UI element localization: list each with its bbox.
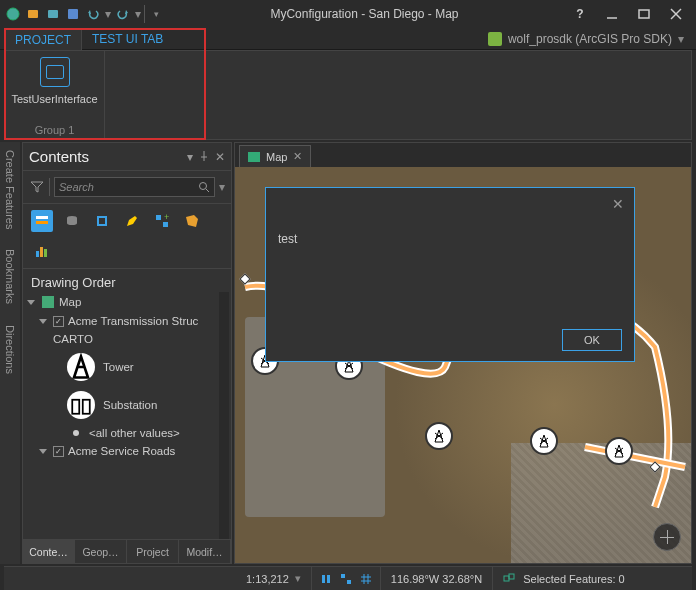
toc-carto-label: CARTO	[27, 330, 227, 348]
status-snap-icon[interactable]	[338, 571, 354, 587]
window-title: MyConfiguration - San Diego - Map	[165, 7, 564, 21]
dock-rail-left: Create Features Bookmarks Directions	[0, 142, 20, 564]
toc-layer-roads[interactable]: ✓Acme Service Roads	[27, 442, 227, 460]
svg-rect-19	[40, 247, 43, 257]
svg-point-0	[7, 8, 19, 20]
toc-map-root[interactable]: Map	[27, 292, 227, 312]
toc-tree: Map ✓Acme Transmission Struc CARTO Tower…	[23, 292, 231, 539]
search-icon	[198, 181, 210, 193]
close-button[interactable]	[660, 2, 692, 26]
toc-symbol-other[interactable]: <all other values>	[27, 424, 227, 442]
svg-rect-22	[83, 400, 90, 414]
map-icon	[248, 152, 260, 162]
checkbox-icon[interactable]: ✓	[53, 316, 64, 327]
list-by-source-icon[interactable]	[61, 210, 83, 232]
selection-icon	[503, 572, 517, 586]
list-by-chart-icon[interactable]	[31, 240, 53, 262]
svg-rect-25	[341, 574, 345, 578]
close-map-tab-icon[interactable]: ✕	[293, 150, 302, 163]
undo-dropdown-icon[interactable]: ▾	[104, 5, 112, 23]
svg-text:+: +	[164, 213, 169, 222]
toc-symbol-substation[interactable]: Substation	[27, 386, 227, 424]
svg-rect-21	[72, 400, 79, 414]
selected-features-display[interactable]: Selected Features: 0	[493, 567, 635, 590]
list-by-editing-icon[interactable]	[121, 210, 143, 232]
svg-rect-1	[28, 10, 38, 18]
toc-view-switcher: +	[23, 204, 231, 269]
svg-rect-11	[36, 221, 48, 224]
close-pane-icon[interactable]: ✕	[215, 150, 225, 164]
svg-rect-27	[504, 576, 509, 581]
svg-point-8	[200, 183, 207, 190]
rail-create-features[interactable]: Create Features	[4, 150, 16, 229]
status-grid-icon[interactable]	[358, 571, 374, 587]
list-by-selection-icon[interactable]	[91, 210, 113, 232]
user-label[interactable]: wolf_prosdk (ArcGIS Pro SDK)	[508, 32, 672, 46]
list-by-drawing-order-icon[interactable]	[31, 210, 53, 232]
tower-symbol-icon	[67, 353, 95, 381]
checkbox-icon[interactable]: ✓	[53, 446, 64, 457]
map-feature-tower[interactable]	[425, 422, 453, 450]
search-input[interactable]: Search	[54, 177, 215, 197]
svg-rect-5	[639, 10, 649, 18]
svg-rect-2	[48, 10, 58, 18]
dropdown-icon[interactable]: ▾	[187, 150, 193, 164]
scale-control[interactable]: 1:13,212▾	[236, 567, 312, 590]
toc-symbol-tower[interactable]: Tower	[27, 348, 227, 386]
redo-dropdown-icon[interactable]: ▾	[134, 5, 142, 23]
map-view-container: Map ✕ ✕ tes	[234, 142, 692, 564]
tab-project[interactable]: Project	[127, 540, 179, 563]
svg-rect-20	[44, 249, 47, 257]
svg-rect-10	[36, 216, 48, 219]
map-canvas[interactable]: ✕ test OK	[235, 167, 691, 563]
tab-contents[interactable]: Conte…	[23, 540, 75, 563]
svg-rect-26	[347, 580, 351, 584]
new-project-icon[interactable]	[24, 5, 42, 23]
coordinates-display[interactable]: 116.98°W 32.68°N	[381, 567, 493, 590]
minimize-button[interactable]	[596, 2, 628, 26]
rail-directions[interactable]: Directions	[4, 325, 16, 374]
ribbon-group-label: Group 1	[35, 124, 75, 139]
map-feature-tower[interactable]	[605, 437, 633, 465]
svg-rect-23	[322, 575, 325, 583]
ribbon-group-1: TestUserInterface Group 1	[5, 51, 105, 139]
svg-rect-18	[36, 251, 39, 257]
dialog-ok-button[interactable]: OK	[562, 329, 622, 351]
ribbon-tab-project[interactable]: PROJECT	[4, 28, 82, 50]
map-view-tab[interactable]: Map ✕	[239, 145, 311, 167]
svg-rect-28	[509, 574, 514, 579]
test-user-interface-button[interactable]	[40, 57, 70, 87]
toc-layer-transmission[interactable]: ✓Acme Transmission Struc	[27, 312, 227, 330]
contents-pane-title: Contents	[29, 148, 187, 165]
user-dropdown-icon[interactable]: ▾	[678, 32, 684, 46]
search-dropdown-icon[interactable]: ▾	[219, 180, 225, 194]
maximize-button[interactable]	[628, 2, 660, 26]
svg-rect-14	[99, 218, 105, 224]
svg-rect-3	[68, 9, 78, 19]
map-icon	[41, 295, 55, 309]
list-by-labeling-icon[interactable]	[181, 210, 203, 232]
status-bar: 1:13,212▾ 116.98°W 32.68°N Selected Feat…	[4, 566, 692, 590]
contents-pane: Contents ▾ ✕ Search ▾ + Drawing O	[22, 142, 232, 564]
dialog-close-button[interactable]: ✕	[612, 196, 624, 212]
list-by-snapping-icon[interactable]: +	[151, 210, 173, 232]
message-dialog: ✕ test OK	[265, 187, 635, 362]
tab-geoprocessing[interactable]: Geop…	[75, 540, 127, 563]
ribbon: PROJECT TEST UI TAB TestUserInterface Gr…	[0, 50, 696, 140]
map-feature-tower[interactable]	[530, 427, 558, 455]
redo-icon[interactable]	[114, 5, 132, 23]
ribbon-button-label: TestUserInterface	[11, 93, 97, 105]
pin-icon[interactable]	[199, 150, 209, 164]
status-pause-icon[interactable]	[318, 571, 334, 587]
tab-modify[interactable]: Modif…	[179, 540, 231, 563]
ribbon-tab-test[interactable]: TEST UI TAB	[82, 28, 173, 50]
save-icon[interactable]	[64, 5, 82, 23]
app-icon	[4, 5, 22, 23]
rail-bookmarks[interactable]: Bookmarks	[4, 249, 16, 304]
undo-icon[interactable]	[84, 5, 102, 23]
open-project-icon[interactable]	[44, 5, 62, 23]
help-button[interactable]: ?	[564, 2, 596, 26]
filter-icon[interactable]	[29, 179, 45, 195]
navigator-widget[interactable]	[653, 523, 681, 551]
qat-customize-icon[interactable]: ▾	[147, 5, 165, 23]
